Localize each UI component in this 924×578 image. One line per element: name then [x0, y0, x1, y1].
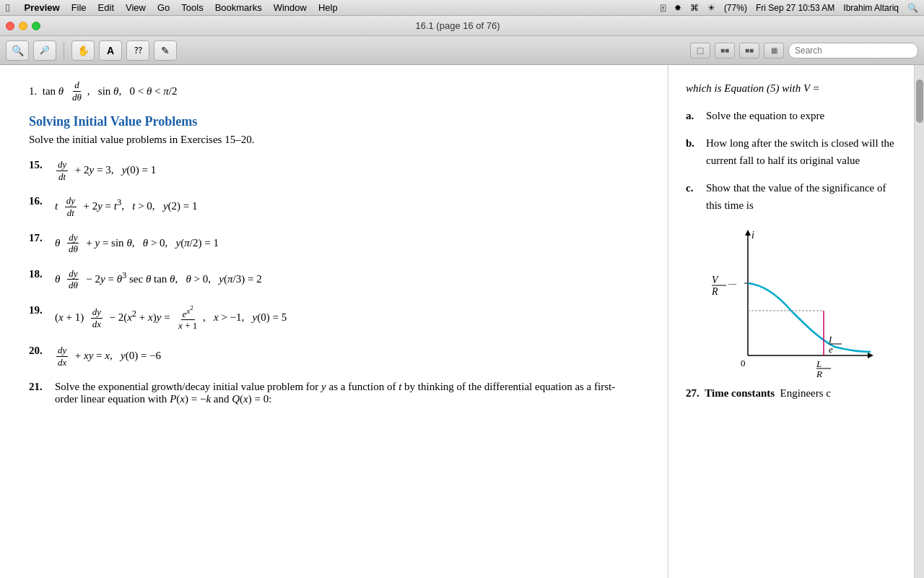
- bluetooth-icon: ✸: [674, 3, 681, 13]
- svg-text:R: R: [711, 286, 718, 297]
- problem-18: 18. θ dy dθ − 2y = θ3 sec θ tan θ, θ > 0…: [29, 268, 639, 291]
- svg-marker-3: [868, 353, 873, 358]
- frac-dy-dt-15: dy dt: [56, 159, 68, 182]
- problem-21-item: 21. Solve the exponential growth/decay i…: [29, 381, 639, 405]
- top-formula-rest: , sin θ, 0 < θ < π/2: [87, 85, 178, 98]
- annotate-button[interactable]: ✎: [154, 40, 177, 61]
- graph-container: V R i: [705, 225, 878, 384]
- scrollbar-thumb[interactable]: [916, 79, 923, 123]
- menu-view[interactable]: View: [126, 2, 146, 13]
- problem-15: 15. dy dt + 2y = 3, y(0) = 1: [29, 159, 639, 182]
- right-item-c: c. Show that the value of the significan…: [686, 179, 897, 214]
- menu-preview[interactable]: Preview: [24, 2, 59, 13]
- section-intro: Solve the initial value problems in Exer…: [29, 134, 639, 146]
- main-window: 16.1 (page 16 of 76) 🔍 🔎 ✋ A ⁇ ✎ □ ■■ ■■…: [0, 16, 924, 578]
- svg-text:I: I: [828, 334, 832, 345]
- scrollbar[interactable]: [914, 65, 924, 578]
- frac-dy-dx-20: dy dx: [56, 345, 68, 368]
- svg-marker-2: [745, 230, 751, 236]
- problem-27-num: 27.: [686, 387, 699, 399]
- menu-window[interactable]: Window: [274, 2, 307, 13]
- problem-17-eq: θ dy dθ + y = sin θ, θ > 0, y(π/2) = 1: [55, 232, 219, 255]
- problem-19: 19. (x + 1) dy dx − 2(x2 + x)y = ex2 x +…: [29, 304, 639, 332]
- top-formula: 1. tan θ d dθ , sin θ, 0 < θ < π/2: [29, 79, 639, 103]
- problem-15-num: 15.: [29, 159, 55, 171]
- username: Ibrahim Altariq: [843, 3, 899, 13]
- zoom-in-button[interactable]: 🔎: [33, 40, 56, 61]
- menubar-right: ⍐ ✸ ⌘ ☀ (77%) Fri Sep 27 10:53 AM Ibrahi…: [661, 3, 918, 13]
- frac-dy-dtheta-18: dy dθ: [67, 268, 79, 291]
- problem-21-num: 21.: [29, 381, 55, 393]
- frac-dtheta: d dθ: [71, 79, 83, 103]
- problem-27-text: Engineers c: [780, 387, 831, 399]
- svg-text:i: i: [751, 230, 754, 241]
- battery-status: (77%): [724, 3, 747, 13]
- text-button[interactable]: A: [99, 40, 122, 61]
- search-menubar-icon[interactable]: 🔍: [907, 3, 918, 13]
- right-item-b-text: How long after the switch is closed will…: [706, 134, 897, 169]
- top-formula-text: 1. tan θ: [29, 85, 66, 98]
- problem-20: 20. dy dx + xy = x, y(0) = −6: [29, 345, 639, 368]
- problem-19-num: 19.: [29, 304, 55, 316]
- frac-ex2-19: ex2 x + 1: [177, 304, 199, 332]
- menu-help[interactable]: Help: [318, 2, 338, 13]
- minimize-button[interactable]: [19, 22, 27, 30]
- toolbar: 🔍 🔎 ✋ A ⁇ ✎ □ ■■ ■■ ▦: [0, 36, 924, 65]
- view-thumb-button[interactable]: ■■: [739, 43, 759, 59]
- graph-area: V R i: [686, 225, 897, 384]
- grid-button[interactable]: ⁇: [126, 40, 149, 61]
- problem-16: 16. t dy dt + 2y = t3, t > 0, y(2) = 1: [29, 195, 639, 218]
- window-title: 16.1 (page 16 of 76): [46, 20, 869, 31]
- svg-text:—: —: [728, 279, 737, 288]
- apple-icon: : [6, 1, 9, 14]
- right-item-a: a. Solve the equation to expre: [686, 107, 897, 124]
- right-item-b: b. How long after the switch is closed w…: [686, 134, 897, 169]
- right-page-content: which is Equation (5) with V = a. Solve …: [686, 79, 897, 402]
- problem-16-num: 16.: [29, 195, 55, 207]
- menu-go[interactable]: Go: [157, 2, 170, 13]
- frac-dy-dx-19: dy dx: [91, 306, 103, 329]
- view-single-button[interactable]: □: [690, 43, 710, 59]
- label-a: a.: [686, 107, 700, 124]
- section-header: Solving Initial Value Problems: [29, 114, 639, 129]
- menu-bar:  Preview File Edit View Go Tools Bookma…: [0, 0, 924, 16]
- label-c: c.: [686, 179, 700, 214]
- volume-icon: ☀: [707, 3, 715, 13]
- svg-text:R: R: [816, 368, 822, 379]
- content-area: 1. tan θ d dθ , sin θ, 0 < θ < π/2 Solvi…: [0, 65, 924, 578]
- problem-18-num: 18.: [29, 268, 55, 280]
- close-button[interactable]: [6, 22, 14, 30]
- menu-edit[interactable]: Edit: [98, 2, 114, 13]
- svg-text:V: V: [712, 275, 719, 285]
- wifi-icon: ⌘: [690, 3, 699, 13]
- problem-16-eq: t dy dt + 2y = t3, t > 0, y(2) = 1: [55, 195, 198, 218]
- datetime: Fri Sep 27 10:53 AM: [756, 3, 834, 13]
- problem-17: 17. θ dy dθ + y = sin θ, θ > 0, y(π/2) =…: [29, 232, 639, 255]
- problem-27: 27. Time constants Engineers c: [686, 384, 897, 402]
- right-item-a-text: Solve the equation to expre: [706, 107, 824, 124]
- menu-bookmarks[interactable]: Bookmarks: [215, 2, 262, 13]
- search-input[interactable]: [788, 43, 918, 59]
- frac-dy-dtheta-17: dy dθ: [67, 232, 79, 255]
- maximize-button[interactable]: [32, 22, 40, 30]
- label-b: b.: [686, 134, 700, 169]
- problem-17-num: 17.: [29, 232, 55, 244]
- view-double-button[interactable]: ■■: [715, 43, 735, 59]
- view-grid-button[interactable]: ▦: [764, 43, 784, 59]
- svg-text:L: L: [816, 358, 821, 369]
- right-top-text: which is Equation (5) with V =: [686, 79, 897, 97]
- pan-button[interactable]: ✋: [71, 40, 95, 61]
- problem-21-text: Solve the exponential growth/decay initi…: [55, 381, 639, 405]
- problem-15-eq: dy dt + 2y = 3, y(0) = 1: [55, 159, 156, 182]
- toolbar-right: □ ■■ ■■ ▦: [690, 43, 918, 59]
- problem-list: 15. dy dt + 2y = 3, y(0) = 1 16. t: [29, 159, 639, 368]
- menu-file[interactable]: File: [71, 2, 87, 13]
- menu-tools[interactable]: Tools: [181, 2, 203, 13]
- graph-svg: V R i: [705, 225, 878, 384]
- problem-19-eq: (x + 1) dy dx − 2(x2 + x)y = ex2 x + 1 ,…: [55, 304, 287, 332]
- toolbar-separator-1: [64, 42, 64, 59]
- left-page: 1. tan θ d dθ , sin θ, 0 < θ < π/2 Solvi…: [0, 65, 668, 578]
- traffic-lights: [6, 22, 40, 30]
- svg-text:0: 0: [741, 358, 746, 368]
- zoom-out-button[interactable]: 🔍: [6, 40, 29, 61]
